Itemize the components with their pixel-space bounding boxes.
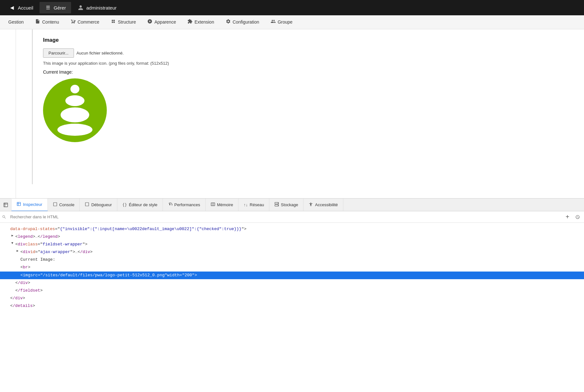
code-gt-9: > — [40, 287, 43, 294]
code-eq-3: =" — [38, 241, 43, 248]
code-lt-2: < — [15, 233, 18, 240]
code-eq-1: =" — [55, 226, 60, 233]
svg-point-10 — [278, 205, 278, 206]
code-line-10[interactable]: </div> — [0, 294, 584, 302]
user-icon — [77, 4, 84, 11]
nav-groupe-label: Groupe — [278, 19, 293, 25]
file-input-row: Parcourir... Aucun fichier sélectionné. — [43, 48, 574, 58]
devtools-pick-element-btn[interactable] — [0, 199, 11, 211]
tab-stockage-label: Stockage — [281, 202, 298, 207]
current-image-label: Current Image: — [43, 69, 574, 75]
code-line-6[interactable]: <br> — [0, 264, 584, 271]
tab-memoire[interactable]: Mémoire — [206, 199, 239, 211]
groupe-icon — [271, 19, 276, 25]
code-quote-4: " — [70, 249, 73, 256]
tab-console-label: Console — [59, 202, 75, 207]
code-attr2-7: width — [167, 272, 179, 279]
code-eq1-7: =" — [38, 272, 43, 279]
stockage-icon — [274, 202, 279, 207]
nav-commerce-label: Commerce — [77, 19, 99, 25]
contenu-icon — [35, 19, 40, 25]
tab-performances[interactable]: Performances — [163, 199, 206, 211]
code-tag-4: div — [23, 249, 30, 256]
code-attr-val-1: {"invisible":{":input[name=\u0022default… — [60, 226, 242, 233]
tab-reseau[interactable]: ↑↓ Réseau — [238, 199, 269, 211]
add-breakpoint-btn[interactable]: + — [563, 213, 572, 221]
code-line-8[interactable]: </div> — [0, 279, 584, 287]
arrow-4[interactable]: ▶ — [15, 249, 20, 253]
nav-extension[interactable]: Extension — [182, 16, 220, 29]
svg-rect-0 — [4, 203, 8, 207]
nav-contenu[interactable]: Contenu — [29, 16, 65, 29]
code-quote-3: " — [83, 241, 85, 248]
code-line-7[interactable]: <img src="/sites/default/files/pwa/logo-… — [0, 272, 584, 279]
browse-button[interactable]: Parcourir... — [43, 48, 74, 58]
code-attr-4: id — [30, 249, 35, 256]
inspecteur-icon — [17, 202, 21, 207]
tab-inspecteur[interactable]: Inspecteur — [11, 199, 48, 211]
nav-configuration[interactable]: Configuration — [220, 16, 265, 29]
code-line-3[interactable]: ▶ <div class="fieldset-wrapper" > — [0, 241, 584, 248]
code-quote2-7: " — [192, 272, 194, 279]
code-line-11[interactable]: </details> — [0, 302, 584, 310]
pick-element-btn2[interactable] — [573, 213, 582, 221]
devtools-tabs-bar: Inspecteur Console Débogueur {} Éditeur … — [0, 199, 584, 211]
code-closetag-4: /div — [80, 249, 90, 256]
code-tag-9: /fieldset — [18, 287, 40, 294]
tab-console[interactable]: Console — [48, 199, 80, 211]
code-line-1[interactable]: data-drupal-states="{"invisible":{":inpu… — [0, 225, 584, 233]
nav-accueil[interactable]: ◀ Accueil — [4, 2, 38, 13]
code-text-5: Current Image: — [20, 256, 55, 263]
nav-apparence[interactable]: Apparence — [142, 16, 182, 29]
code-line-9[interactable]: </fieldset> — [0, 287, 584, 294]
code-lt-11: < — [10, 302, 13, 309]
nav-gestion-label: Gestion — [8, 19, 24, 25]
code-closetag-2: /legend — [40, 233, 58, 240]
configuration-icon — [226, 19, 231, 25]
reseau-icon: ↑↓ — [244, 202, 248, 207]
code-tag-8: /div — [18, 279, 28, 287]
code-tag-10: /div — [13, 295, 23, 302]
logo-shape-body1 — [65, 95, 84, 106]
nav-extension-label: Extension — [194, 19, 214, 25]
secondary-navigation: Gestion Contenu Commerce Structure Appar… — [0, 15, 584, 29]
tab-stockage[interactable]: Stockage — [269, 199, 303, 211]
nav-gerer[interactable]: ☰ Gérer — [40, 2, 71, 13]
svg-point-9 — [278, 203, 278, 203]
tab-accessibilite[interactable]: Accessibilité — [303, 199, 343, 211]
tab-inspecteur-label: Inspecteur — [23, 202, 42, 207]
code-gt-2: > — [33, 233, 35, 240]
nav-commerce[interactable]: Commerce — [65, 16, 105, 29]
logo-shape-body2 — [61, 107, 89, 122]
arrow-2[interactable]: ▶ — [10, 233, 15, 238]
code-val-3: fieldset-wrapper — [43, 241, 83, 248]
code-lt2-4: < — [78, 249, 80, 256]
code-quote1-7: " — [165, 272, 167, 279]
tab-performances-label: Performances — [174, 202, 200, 207]
accessibilite-icon — [309, 202, 313, 207]
code-val2-7: 200 — [185, 272, 192, 279]
code-tag-3: div — [18, 241, 25, 248]
tab-debogueur[interactable]: Débogueur — [80, 199, 117, 211]
code-line-4[interactable]: ▶ <div id="ajax-wrapper" > … </div> — [0, 248, 584, 256]
nav-groupe[interactable]: Groupe — [265, 16, 298, 29]
code-eq-4: =" — [35, 249, 40, 256]
code-line-2[interactable]: ▶ <legend> … </legend> — [0, 233, 584, 241]
code-gt2-4: > — [90, 249, 93, 256]
nav-structure[interactable]: Structure — [105, 16, 142, 29]
editeur-style-icon: {} — [122, 203, 127, 207]
nav-admin[interactable]: administrateur — [72, 2, 122, 13]
nav-configuration-label: Configuration — [233, 19, 259, 25]
html-search-input[interactable] — [8, 213, 562, 221]
back-icon: ◀ — [9, 4, 15, 11]
nav-gestion[interactable]: Gestion — [3, 16, 29, 28]
code-gt-6: > — [28, 264, 30, 271]
code-gt-8: > — [28, 279, 30, 287]
arrow-3[interactable]: ▶ — [10, 241, 15, 245]
code-val-4: ajax-wrapper — [40, 249, 70, 256]
tab-editeur-style[interactable]: {} Éditeur de style — [117, 199, 163, 211]
code-tag-2: legend — [18, 233, 33, 240]
code-lt-4: < — [20, 249, 23, 256]
code-line-5[interactable]: Current Image: — [0, 256, 584, 264]
logo-shape-body3 — [57, 124, 92, 136]
